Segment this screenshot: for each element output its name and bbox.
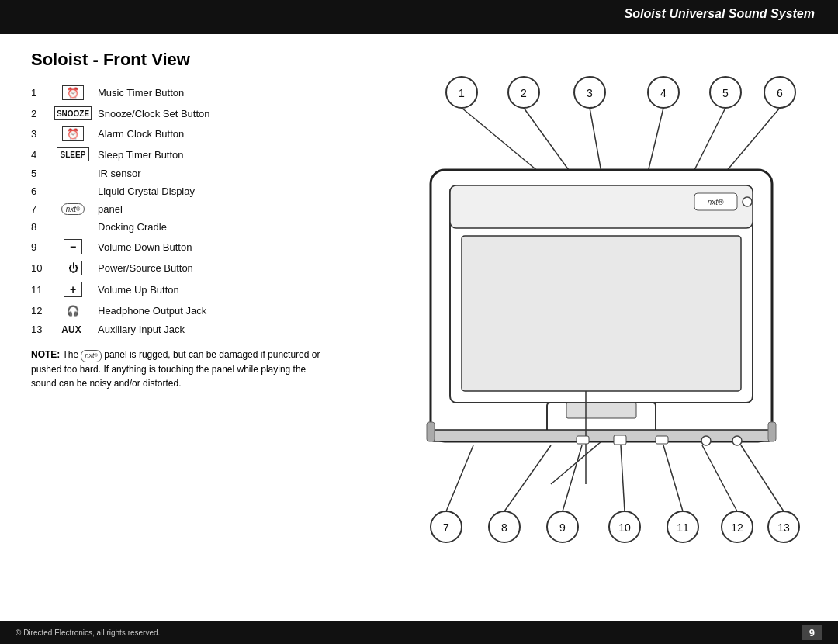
list-item: 12 🎧 Headphone Output Jack bbox=[31, 303, 334, 317]
power-icon: ⏻ bbox=[64, 261, 82, 275]
item-number: 1 bbox=[31, 87, 54, 99]
list-item: 8 Docking Cradle bbox=[31, 221, 334, 233]
item-number: 7 bbox=[31, 203, 54, 215]
svg-line-16 bbox=[691, 108, 725, 178]
list-item: 2 SNOOZE Snooze/Clock Set Button bbox=[31, 106, 334, 120]
footer-bar: © Directed Electronics, all rights reser… bbox=[0, 621, 838, 644]
svg-line-17 bbox=[725, 108, 780, 172]
item-icon-7: nxt® bbox=[54, 203, 92, 215]
main-content: Soloist - Front View 1 ⏰ Music Timer But… bbox=[0, 34, 838, 593]
svg-text:5: 5 bbox=[722, 87, 729, 99]
item-number: 6 bbox=[31, 185, 54, 197]
svg-text:10: 10 bbox=[618, 521, 631, 534]
sleep-icon: SLEEP bbox=[57, 147, 90, 161]
svg-text:12: 12 bbox=[731, 521, 743, 534]
right-panel: 1 2 3 4 5 6 nx bbox=[357, 34, 838, 593]
footer-copyright: © Directed Electronics, all rights reser… bbox=[16, 628, 160, 637]
svg-line-44 bbox=[446, 445, 473, 511]
svg-point-54 bbox=[701, 436, 711, 445]
svg-text:11: 11 bbox=[677, 521, 689, 534]
item-number: 8 bbox=[31, 221, 54, 233]
item-icon-11: + bbox=[54, 282, 92, 297]
item-number: 13 bbox=[31, 324, 54, 335]
svg-rect-27 bbox=[431, 430, 772, 441]
item-number: 2 bbox=[31, 108, 54, 119]
svg-rect-26 bbox=[566, 403, 636, 418]
svg-line-47 bbox=[621, 445, 625, 511]
device-diagram: 1 2 3 4 5 6 nx bbox=[384, 50, 803, 577]
svg-line-46 bbox=[563, 445, 582, 511]
svg-text:3: 3 bbox=[587, 87, 593, 99]
svg-line-12 bbox=[462, 108, 539, 172]
list-item: 11 + Volume Up Button bbox=[31, 282, 334, 297]
svg-text:nxt®: nxt® bbox=[708, 198, 724, 206]
minus-icon: − bbox=[64, 239, 82, 254]
list-item: 1 ⏰ Music Timer Button bbox=[31, 85, 334, 100]
svg-point-23 bbox=[743, 197, 752, 206]
list-item: 9 − Volume Down Button bbox=[31, 239, 334, 254]
svg-text:4: 4 bbox=[660, 87, 667, 99]
item-desc-2: Snooze/Clock Set Button bbox=[98, 108, 210, 119]
item-desc-8: Docking Cradle bbox=[98, 221, 167, 233]
svg-rect-57 bbox=[768, 422, 776, 441]
page-title: Soloist - Front View bbox=[31, 50, 334, 70]
svg-text:1: 1 bbox=[459, 87, 465, 99]
item-icon-13: AUX bbox=[54, 324, 92, 335]
item-number: 4 bbox=[31, 149, 54, 161]
svg-line-45 bbox=[504, 445, 551, 511]
svg-line-48 bbox=[663, 445, 683, 511]
svg-rect-51 bbox=[577, 436, 589, 444]
svg-rect-24 bbox=[462, 236, 741, 391]
list-item: 7 nxt® panel bbox=[31, 203, 334, 215]
item-desc-13: Auxiliary Input Jack bbox=[98, 324, 185, 335]
item-number: 10 bbox=[31, 262, 54, 274]
svg-text:7: 7 bbox=[443, 521, 449, 534]
item-desc-11: Volume Up Button bbox=[98, 284, 179, 296]
item-desc-10: Power/Source Button bbox=[98, 262, 193, 274]
list-item: 13 AUX Auxiliary Input Jack bbox=[31, 324, 334, 335]
item-number: 12 bbox=[31, 305, 54, 317]
footer-page-number: 9 bbox=[802, 625, 822, 640]
left-panel: Soloist - Front View 1 ⏰ Music Timer But… bbox=[0, 34, 357, 593]
svg-line-15 bbox=[648, 108, 663, 172]
svg-line-50 bbox=[741, 445, 784, 511]
svg-text:2: 2 bbox=[521, 87, 527, 99]
item-icon-2: SNOOZE bbox=[54, 106, 92, 120]
svg-text:9: 9 bbox=[559, 521, 566, 534]
svg-text:6: 6 bbox=[777, 87, 783, 99]
item-desc-9: Volume Down Button bbox=[98, 241, 192, 253]
item-icon-12: 🎧 bbox=[54, 303, 92, 317]
note-section: NOTE: The nxt® panel is rugged, but can … bbox=[31, 348, 334, 390]
item-number: 5 bbox=[31, 168, 54, 179]
list-item: 5 IR sensor bbox=[31, 168, 334, 179]
svg-line-49 bbox=[702, 445, 737, 511]
note-label: NOTE: The nxt® panel is rugged, but can … bbox=[31, 349, 320, 389]
header-bar: Soloist Universal Sound System bbox=[0, 0, 838, 28]
alarm-icon: ⏰ bbox=[62, 126, 84, 141]
item-desc-6: Liquid Crystal Display bbox=[98, 185, 195, 197]
item-desc-12: Headphone Output Jack bbox=[98, 305, 206, 317]
svg-text:13: 13 bbox=[777, 521, 790, 534]
item-desc-5: IR sensor bbox=[98, 168, 141, 179]
item-desc-4: Sleep Timer Button bbox=[98, 149, 184, 161]
list-item: 6 Liquid Crystal Display bbox=[31, 185, 334, 197]
svg-line-13 bbox=[524, 108, 570, 172]
item-list: 1 ⏰ Music Timer Button 2 SNOOZE Snooze/C… bbox=[31, 85, 334, 335]
svg-rect-53 bbox=[656, 436, 668, 444]
item-number: 11 bbox=[31, 284, 54, 296]
item-icon-1: ⏰ bbox=[54, 85, 92, 100]
svg-rect-56 bbox=[427, 422, 435, 441]
headphone-icon: 🎧 bbox=[64, 303, 82, 317]
item-desc-3: Alarm Clock Button bbox=[98, 128, 184, 140]
item-icon-9: − bbox=[54, 239, 92, 254]
item-number: 3 bbox=[31, 128, 54, 140]
svg-rect-52 bbox=[614, 435, 626, 445]
list-item: 3 ⏰ Alarm Clock Button bbox=[31, 126, 334, 141]
item-number: 9 bbox=[31, 241, 54, 253]
top-stripe bbox=[0, 28, 838, 34]
list-item: 10 ⏻ Power/Source Button bbox=[31, 261, 334, 275]
list-item: 4 SLEEP Sleep Timer Button bbox=[31, 147, 334, 161]
svg-line-14 bbox=[590, 108, 601, 172]
nxt-icon: nxt® bbox=[61, 203, 85, 215]
item-icon-4: SLEEP bbox=[54, 147, 92, 161]
